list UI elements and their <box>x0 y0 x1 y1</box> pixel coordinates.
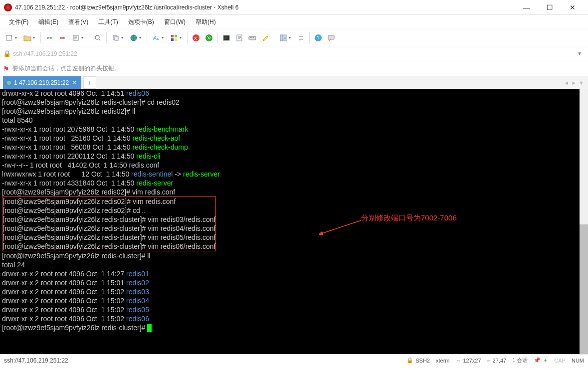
terminal-line: [root@izwz9ef5sjam9pvfyiz26lz redis02]# … <box>2 107 586 116</box>
hint-text: 要添加当前会话，点击左侧的箭头按钮。 <box>12 64 120 73</box>
terminal-line: [root@izwz9ef5sjam9pvfyiz26lz redis-clus… <box>2 215 215 224</box>
svg-rect-29 <box>284 38 286 41</box>
terminal-line: [root@izwz9ef5sjam9pvfyiz26lz redis-clus… <box>2 224 215 233</box>
new-session-button[interactable]: +▼ <box>3 32 20 44</box>
menu-edit[interactable]: 编辑(E) <box>33 16 63 28</box>
terminal-line: [root@izwz9ef5sjam9pvfyiz26lz redis02]# … <box>2 206 215 215</box>
plus-icon[interactable]: ＋ <box>543 357 548 364</box>
titlebar: 47.106.219.251:22 - root@izwz9ef5sjam9pv… <box>0 0 588 15</box>
svg-rect-16 <box>175 38 177 41</box>
terminal-line: [root@izwz9ef5sjam9pvfyiz26lz redis-clus… <box>2 233 215 242</box>
svg-rect-27 <box>280 35 283 41</box>
terminal-line: lrwxrwxrwx 1 root root 12 Oct 1 14:50 re… <box>2 170 586 179</box>
close-button[interactable]: ✕ <box>561 0 584 15</box>
address-text[interactable]: ssh://47.106.219.251:22 <box>13 50 572 57</box>
annotation-text: 分别修改端口号为7002-7006 <box>361 213 457 222</box>
session-tab[interactable]: 1 47.106.219.251:22 × <box>3 76 81 89</box>
minimize-button[interactable]: — <box>515 0 538 15</box>
terminal-line: -rwxr-xr-x 1 root root 4331840 Oct 1 14:… <box>2 179 586 188</box>
svg-text:>: > <box>224 36 226 39</box>
tab-add-button[interactable]: + <box>83 76 96 89</box>
toolbar: +▼ ▼ ▼ ▼ ▼ AA▼ ▼ X > ▼ ? <box>0 29 588 46</box>
svg-rect-22 <box>237 35 242 41</box>
color-button[interactable]: ▼ <box>168 32 185 44</box>
terminal-icon[interactable]: > <box>220 32 232 44</box>
search-button[interactable] <box>92 32 104 44</box>
svg-rect-25 <box>251 37 252 38</box>
globe-button[interactable]: ▼ <box>127 32 144 44</box>
svg-rect-24 <box>250 37 251 38</box>
layout-button[interactable]: ▼ <box>277 32 294 44</box>
menu-view[interactable]: 查看(V) <box>63 16 93 28</box>
help-button[interactable]: ? <box>312 32 324 44</box>
tab-close-button[interactable]: × <box>72 79 77 86</box>
terminal-line: [root@izwz9ef5sjam9pvfyiz26lz redis-clus… <box>2 98 586 107</box>
properties-button[interactable]: ▼ <box>69 32 86 44</box>
svg-text:?: ? <box>317 35 320 41</box>
app-icon <box>4 3 12 11</box>
pin-icon[interactable]: 📌 <box>534 357 541 364</box>
terminal-line: [root@izwz9ef5sjam9pvfyiz26lz redis-clus… <box>2 242 215 251</box>
menu-tabs[interactable]: 选项卡(B) <box>123 16 159 28</box>
menu-help[interactable]: 帮助(H) <box>191 16 221 28</box>
highlight-icon[interactable] <box>259 32 271 44</box>
maximize-button[interactable]: ☐ <box>538 0 561 15</box>
svg-text:X: X <box>194 36 197 41</box>
status-session: 1 会话 <box>512 357 528 364</box>
address-dropdown-icon[interactable]: ▼ <box>574 51 585 56</box>
terminal-prompt: [root@izwz9ef5sjam9pvfyiz26lz redis-clus… <box>2 323 586 332</box>
keyboard-icon[interactable] <box>246 32 258 44</box>
svg-point-7 <box>95 35 99 39</box>
xftp-icon[interactable] <box>203 32 215 44</box>
terminal[interactable]: drwxr-xr-x 2 root root 4096 Oct 1 14:51 … <box>0 89 588 354</box>
terminal-line: drwxr-xr-x 2 root root 4096 Oct 1 15:02 … <box>2 296 586 305</box>
scrollbar[interactable] <box>580 89 588 354</box>
tabbar: 1 47.106.219.251:22 × + ◄ ► ▼ <box>0 76 588 89</box>
menu-tools[interactable]: 工具(T) <box>93 16 123 28</box>
terminal-line: -rwxr-xr-x 1 root root 2200112 Oct 1 14:… <box>2 152 586 161</box>
svg-rect-26 <box>253 37 254 38</box>
terminal-line: -rwxr-xr-x 1 root root 56008 Oct 1 14:50… <box>2 143 586 152</box>
status-size: 127x27 <box>463 358 481 364</box>
terminal-line: drwxr-xr-x 2 root root 4096 Oct 1 15:02 … <box>2 305 586 314</box>
copy-button[interactable]: ▼ <box>109 32 126 44</box>
terminal-line: [root@izwz9ef5sjam9pvfyiz26lz redis02]# … <box>2 188 586 196</box>
flag-icon[interactable]: ⚑ <box>3 65 9 73</box>
svg-point-5 <box>63 37 65 39</box>
svg-rect-28 <box>284 35 286 37</box>
tab-nav-menu-icon[interactable]: ▼ <box>579 80 584 86</box>
status-lock-icon: 🔒 <box>406 357 413 364</box>
open-folder-button[interactable]: ▼ <box>21 32 38 44</box>
menu-window[interactable]: 窗口(W) <box>159 16 191 28</box>
status-dot-icon <box>7 81 11 85</box>
terminal-line: [root@izwz9ef5sjam9pvfyiz26lz redis-clus… <box>2 251 586 260</box>
scrollbar-thumb[interactable] <box>580 224 588 354</box>
terminal-line: total 8540 <box>2 116 586 125</box>
svg-rect-15 <box>171 38 174 41</box>
status-address: ssh://47.106.219.251:22 <box>4 357 400 364</box>
tab-nav-right-icon[interactable]: ► <box>571 80 577 86</box>
statusbar: ssh://47.106.219.251:22 🔒SSH2 xterm ↔ 12… <box>0 354 588 366</box>
terminal-line: -rw-r--r-- 1 root root 41402 Oct 1 14:50… <box>2 161 586 170</box>
status-num: NUM <box>572 358 584 364</box>
tab-nav-left-icon[interactable]: ◄ <box>564 80 569 86</box>
tab-label: 1 47.106.219.251:22 <box>14 79 69 86</box>
resize-icon: ↔ <box>456 358 461 364</box>
disconnect-button[interactable] <box>56 32 68 44</box>
svg-rect-23 <box>249 36 256 40</box>
chat-button[interactable] <box>325 32 337 44</box>
xshell-icon[interactable]: X <box>190 32 202 44</box>
terminal-line: -rwxr-xr-x 1 root root 2075968 Oct 1 14:… <box>2 125 586 134</box>
script-icon[interactable] <box>233 32 245 44</box>
addressbar: 🔒 ssh://47.106.219.251:22 ▼ <box>0 46 588 61</box>
reconnect-button[interactable] <box>43 32 55 44</box>
menu-file[interactable]: 文件(F) <box>4 16 33 28</box>
exchange-button[interactable] <box>295 32 307 44</box>
status-pos: 27,47 <box>493 358 507 364</box>
terminal-line: drwxr-xr-x 2 root root 4096 Oct 1 15:02 … <box>2 314 586 323</box>
font-button[interactable]: AA▼ <box>150 32 167 44</box>
terminal-line: drwxr-xr-x 2 root root 4096 Oct 1 15:01 … <box>2 278 586 287</box>
svg-rect-14 <box>175 35 177 37</box>
svg-rect-9 <box>115 36 118 40</box>
terminal-line: drwxr-xr-x 2 root root 4096 Oct 1 14:51 … <box>2 89 586 98</box>
